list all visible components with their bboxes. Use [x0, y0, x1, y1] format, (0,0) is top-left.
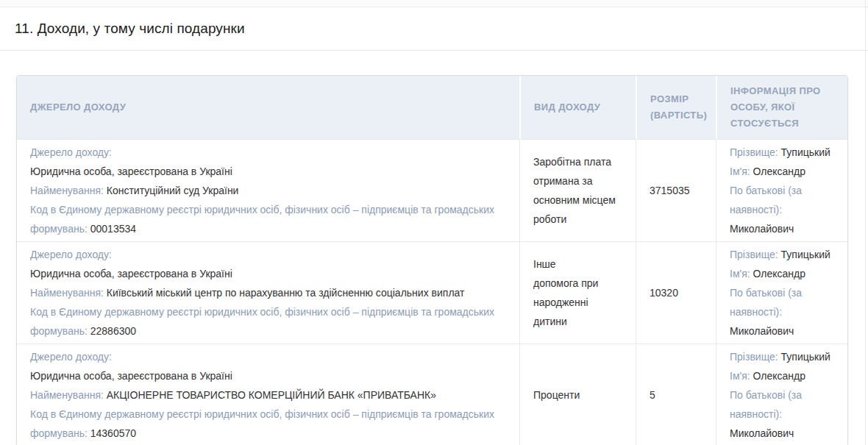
- name-value: Київський міський центр по нарахуванню т…: [107, 287, 465, 299]
- surname-label: Прізвище:: [730, 351, 778, 363]
- income-type-cell: Проценти: [519, 343, 636, 445]
- code-line: Код в Єдиному державному реєстрі юридичн…: [30, 302, 508, 341]
- code-value: 00013534: [90, 223, 136, 235]
- firstname-label: Ім'я:: [730, 165, 750, 177]
- name-value: АКЦІОНЕРНЕ ТОВАРИСТВО КОМЕРЦІЙНИЙ БАНК «…: [107, 389, 436, 401]
- person-info-cell: Прізвище: Тупицький Ім'я: Олександр По б…: [716, 343, 848, 445]
- amount-cell: 5: [636, 343, 716, 445]
- income-table-grid: ДЖЕРЕЛО ДОХОДУ ВИД ДОХОДУ РОЗМІР (ВАРТІС…: [17, 76, 848, 445]
- source-label-line: Джерело доходу:: [30, 347, 508, 366]
- surname-line: Прізвище: Тупицький: [730, 347, 838, 366]
- surname-value: Тупицький: [781, 249, 830, 260]
- income-source-cell: Джерело доходу: Юридична особа, зареєстр…: [17, 343, 519, 445]
- surname-value: Тупицький: [781, 351, 830, 363]
- patronymic-line: По батькові (за наявності): Миколайович: [730, 283, 838, 341]
- patronymic-value: Миколайович: [730, 427, 794, 439]
- table-row: Джерело доходу: Юридична особа, зареєстр…: [17, 139, 848, 241]
- income-type-cell: Інше допомога при народженні дитини: [519, 241, 636, 343]
- person-info-cell: Прізвище: Тупицький Ім'я: Олександр По б…: [716, 241, 848, 343]
- patronymic-label: По батькові (за наявності):: [730, 389, 802, 420]
- column-header-amount: РОЗМІР (ВАРТІСТЬ): [636, 76, 716, 139]
- column-header-person-info: ІНФОРМАЦІЯ ПРО ОСОБУ, ЯКОЇ СТОСУЄТЬСЯ: [716, 76, 848, 139]
- top-divider: [0, 0, 868, 7]
- table-row: Джерело доходу: Юридична особа, зареєстр…: [17, 241, 848, 343]
- source-type-value: Юридична особа, зареєстрована в Україні: [30, 264, 508, 283]
- surname-value: Тупицький: [781, 146, 830, 158]
- source-label: Джерело доходу:: [30, 249, 112, 260]
- patronymic-label: По батькові (за наявності):: [730, 185, 802, 216]
- source-type-value: Юридична особа, зареєстрована в Україні: [30, 366, 508, 385]
- firstname-value: Олександр: [753, 268, 805, 280]
- name-line: Найменування: Конституційний суд України: [30, 181, 508, 200]
- patronymic-value: Миколайович: [730, 325, 794, 337]
- name-label: Найменування:: [30, 287, 104, 299]
- code-value: 14360570: [90, 427, 136, 439]
- content-right-border: [865, 0, 866, 445]
- source-type-value: Юридична особа, зареєстрована в Україні: [30, 162, 508, 181]
- income-type-cell: Заробітна плата отримана за основним міс…: [519, 139, 636, 241]
- patronymic-value: Миколайович: [730, 223, 794, 235]
- code-line: Код в Єдиному державному реєстрі юридичн…: [30, 405, 508, 443]
- firstname-label: Ім'я:: [730, 268, 750, 280]
- patronymic-line: По батькові (за наявності): Миколайович: [730, 385, 838, 443]
- amount-cell: 10320: [636, 241, 716, 343]
- patronymic-label: По батькові (за наявності):: [730, 287, 802, 318]
- income-source-cell: Джерело доходу: Юридична особа, зареєстр…: [17, 241, 519, 343]
- source-label-line: Джерело доходу:: [30, 245, 508, 264]
- surname-label: Прізвище:: [730, 146, 778, 158]
- name-value: Конституційний суд України: [107, 185, 239, 196]
- code-value: 22886300: [90, 325, 136, 337]
- source-label-line: Джерело доходу:: [30, 143, 508, 162]
- person-info-cell: Прізвище: Тупицький Ім'я: Олександр По б…: [716, 139, 848, 241]
- firstname-value: Олександр: [753, 370, 805, 382]
- income-table: ДЖЕРЕЛО ДОХОДУ ВИД ДОХОДУ РОЗМІР (ВАРТІС…: [16, 75, 848, 445]
- code-line: Код в Єдиному державному реєстрі юридичн…: [30, 200, 508, 238]
- income-source-cell: Джерело доходу: Юридична особа, зареєстр…: [17, 139, 519, 241]
- source-label: Джерело доходу:: [30, 351, 112, 363]
- name-label: Найменування:: [30, 185, 104, 196]
- surname-line: Прізвище: Тупицький: [730, 143, 838, 162]
- table-row: Джерело доходу: Юридична особа, зареєстр…: [17, 343, 848, 445]
- surname-label: Прізвище:: [730, 249, 778, 260]
- firstname-value: Олександр: [753, 165, 805, 177]
- name-label: Найменування:: [30, 389, 104, 401]
- firstname-line: Ім'я: Олександр: [730, 264, 838, 283]
- patronymic-line: По батькові (за наявності): Миколайович: [730, 181, 838, 238]
- amount-cell: 3715035: [636, 139, 716, 241]
- surname-line: Прізвище: Тупицький: [730, 245, 838, 264]
- table-header: ДЖЕРЕЛО ДОХОДУ ВИД ДОХОДУ РОЗМІР (ВАРТІС…: [17, 76, 848, 139]
- column-header-income-source: ДЖЕРЕЛО ДОХОДУ: [17, 76, 519, 139]
- firstname-line: Ім'я: Олександр: [730, 162, 838, 181]
- source-label: Джерело доходу:: [30, 146, 112, 158]
- firstname-line: Ім'я: Олександр: [730, 366, 838, 385]
- column-header-income-type: ВИД ДОХОДУ: [519, 76, 636, 139]
- section-title: 11. Доходи, у тому числі подарунки: [15, 21, 245, 37]
- firstname-label: Ім'я:: [730, 370, 750, 382]
- name-line: Найменування: АКЦІОНЕРНЕ ТОВАРИСТВО КОМЕ…: [30, 385, 508, 405]
- section-header: 11. Доходи, у тому числі подарунки: [0, 7, 868, 51]
- name-line: Найменування: Київський міський центр по…: [30, 283, 508, 302]
